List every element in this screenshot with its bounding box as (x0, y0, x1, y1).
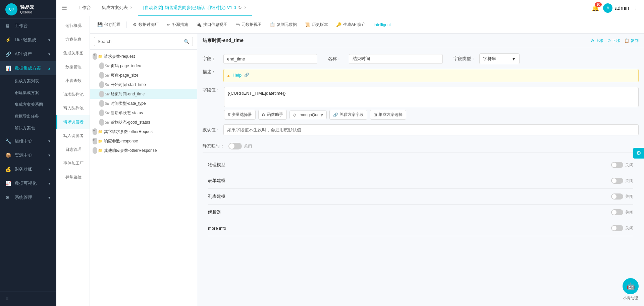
left-panel-xiao-qing[interactable]: 小青查数 (56, 74, 90, 88)
left-panel-integration-rel[interactable]: 集成关系图 (56, 46, 90, 60)
left-panel-overview[interactable]: 运行概况 (56, 19, 90, 33)
static-map-toggle[interactable]: 关闭 (228, 143, 252, 149)
more-menu-btn[interactable]: ⋮ (633, 5, 639, 11)
left-panel-event-factory[interactable]: 事件加工厂 (56, 157, 90, 170)
up-action[interactable]: ⊙ 上移 (591, 38, 603, 44)
left-panel-anomaly-monitor[interactable]: 异常监控 (56, 170, 90, 184)
more-info-toggle[interactable] (611, 225, 623, 231)
xiao-qing-assistant[interactable]: 🤖 小青助理 (623, 278, 639, 301)
sidebar-item-ops[interactable]: 🔧 运维中心 ▼ (0, 134, 56, 148)
static-map-toggle-switch[interactable] (228, 143, 242, 149)
data-filter-btn[interactable]: ⚙ 数据过滤厂 (129, 20, 162, 30)
tree-node-req-params[interactable]: ▼ 📁 请求参数-request (90, 52, 197, 61)
left-panel-log-mgmt[interactable]: 日志管理 (56, 143, 90, 157)
user-info[interactable]: A admin (603, 3, 629, 13)
name-input[interactable] (349, 54, 443, 64)
tree-node-good-status[interactable]: Str 货物状态-good_status (90, 118, 197, 127)
left-panel-request-pool[interactable]: 请求队列池 (56, 88, 90, 101)
sys-admin-icon: ⚙ (5, 195, 11, 200)
down-action[interactable]: ⊙ 下移 (607, 38, 620, 44)
close-tab-main[interactable]: ✕ (244, 6, 247, 9)
toggle-parser: 解析器 关闭 (208, 205, 633, 220)
sidebar-sub-create-integration[interactable]: 创建集成方案 (0, 87, 56, 99)
tree-node-end-time[interactable]: Str 结束时间-end_time (90, 89, 197, 99)
copy-data-btn[interactable]: 📋 复制元数据 (266, 20, 300, 30)
left-panel-plan-info[interactable]: 方案信息 (56, 33, 90, 46)
toolbar: 💾 保存配置 ⚙ 数据过滤厂 ✏ 补漏措施 🔌 接口信息视图 🗃 (90, 16, 644, 34)
tab-integration-list[interactable]: 集成方案列表 ✕ (96, 0, 138, 16)
tree-node-order-status[interactable]: Str 售后单状态-status (90, 108, 197, 118)
close-tab-integration-list[interactable]: ✕ (130, 6, 132, 9)
list-build-toggle[interactable] (611, 193, 623, 200)
tab-workbench[interactable]: 工作台 (72, 0, 96, 16)
gen-api-btn[interactable]: 🔑 生成API资产 (333, 20, 369, 30)
field-input[interactable] (223, 54, 317, 64)
tab-main[interactable]: [自动菱梨]-销售退货同步(已确认-明细对接)-V1.0 ↻ ✕ (138, 0, 252, 16)
tree-toggle-page-size (99, 72, 104, 79)
meta-data-btn[interactable]: 🗃 元数据视图 (232, 20, 265, 30)
sidebar-sub-solution-pkg[interactable]: 解决方案包 (0, 122, 56, 134)
notification-bell[interactable]: 🔔 10 (592, 4, 599, 12)
tree-toggle-other-req[interactable]: ▶ (93, 128, 97, 135)
sidebar-item-finance[interactable]: 💰 财务对账 ▼ (0, 162, 56, 176)
tree-node-other-resp[interactable]: 📁 其他响应参数-otherResponse (90, 146, 197, 155)
logo-area: QC 轻易云 QCIoud (0, 0, 56, 19)
sidebar-item-resources[interactable]: 📦 资源中心 ▼ (0, 148, 56, 162)
search-input-wrap[interactable]: 🔍 (94, 37, 193, 46)
default-value-input[interactable] (223, 124, 639, 135)
chevron-down-icon: ▼ (48, 182, 51, 185)
assistant-avatar[interactable]: 🤖 (623, 278, 639, 294)
sidebar-item-data-viz[interactable]: 📈 数据可视化 ▼ (0, 176, 56, 190)
search-icon[interactable]: 🔍 (184, 39, 189, 44)
finance-icon: 💰 (5, 167, 11, 172)
tree-node-page-size[interactable]: Str 页数-page_size (90, 71, 197, 80)
parser-toggle[interactable] (611, 209, 623, 215)
sidebar-item-api[interactable]: 🔗 API 资产 ▼ (0, 47, 56, 61)
field-value-textarea[interactable]: {{CURRENT_TIME|datetime}} (224, 87, 639, 107)
search-input[interactable] (98, 39, 184, 44)
left-panel-data-mgmt[interactable]: 数据管理 (56, 60, 90, 74)
toggle-sections: 物理模型 关闭 表单建模 (203, 157, 639, 236)
mongo-query-btn[interactable]: ◇ _mongoQuery (289, 111, 327, 119)
tree-node-start-time[interactable]: Str 开始时间-start_time (90, 80, 197, 89)
intelligent-btn[interactable]: intelligent (370, 20, 394, 29)
supplement-btn[interactable]: ✏ 补漏措施 (163, 20, 192, 30)
settings-fab[interactable]: ⚙ (633, 148, 644, 159)
toggle-knob (612, 178, 616, 183)
field-btns: ∇ 变量选择器 fx 函数助手 ◇ _mongo (224, 110, 639, 120)
tree-node-other-req[interactable]: ▶ 📁 其它请求参数-otherRequest (90, 127, 197, 136)
left-panel-request-scheduler[interactable]: 请求调度者 (56, 115, 90, 129)
left-panel-write-pool[interactable]: 写入队列池 (56, 101, 90, 115)
form-build-toggle[interactable] (611, 178, 623, 184)
history-btn[interactable]: 📜 历史版本 (302, 20, 331, 30)
tree-toggle-req-params[interactable]: ▼ (93, 53, 97, 60)
tree-node-page-index[interactable]: Str 页码-page_index (90, 61, 197, 71)
menu-toggle-btn[interactable]: ☰ (62, 4, 67, 12)
func-helper-btn[interactable]: fx 函数助手 (258, 110, 287, 120)
sidebar-sub-integration-rel[interactable]: 集成方案关系图 (0, 99, 56, 111)
toggle-list-build: 列表建模 关闭 (208, 189, 633, 205)
sidebar-item-data-integration[interactable]: 📊 数据集成方案 ▲ (0, 61, 56, 75)
tree-toggle-response[interactable]: ▶ (93, 138, 97, 144)
sidebar-item-workbench[interactable]: 🖥 工作台 (0, 19, 56, 33)
related-field-btn[interactable]: 🔗 关联方案字段 (329, 110, 367, 120)
integration-select-btn[interactable]: ⊞ 集成方案选择 (370, 110, 406, 120)
copy-action[interactable]: 📋 复制 (624, 38, 639, 44)
sidebar-collapse-btn[interactable]: ≡ (0, 292, 56, 306)
toggle-knob (612, 226, 616, 230)
var-selector-btn[interactable]: ∇ 变量选择器 (224, 110, 256, 120)
tree-node-response[interactable]: ▶ 📁 响应参数-response (90, 136, 197, 146)
type-select[interactable]: 字符串 ▼ (479, 53, 520, 64)
physical-model-toggle[interactable] (611, 162, 623, 168)
left-panel-write-scheduler[interactable]: 写入调度者 (56, 129, 90, 143)
interface-info-btn[interactable]: 🔌 接口信息视图 (193, 20, 231, 30)
sidebar-sub-data-export[interactable]: 数据导出任务 (0, 111, 56, 122)
sidebar-item-sys-admin[interactable]: ⚙ 系统管理 ▼ (0, 190, 56, 205)
sidebar-item-lite[interactable]: ⚡ Lite 轻集成 ▼ (0, 33, 56, 47)
save-config-btn[interactable]: 💾 保存配置 (94, 20, 124, 30)
integration-icon: ⊞ (374, 113, 377, 117)
tree-node-date-type[interactable]: Str 时间类型-date_type (90, 99, 197, 108)
refresh-tab-main[interactable]: ↻ (238, 5, 242, 10)
help-link[interactable]: Help (232, 73, 241, 78)
sidebar-sub-integration-list[interactable]: 集成方案列表 (0, 75, 56, 87)
